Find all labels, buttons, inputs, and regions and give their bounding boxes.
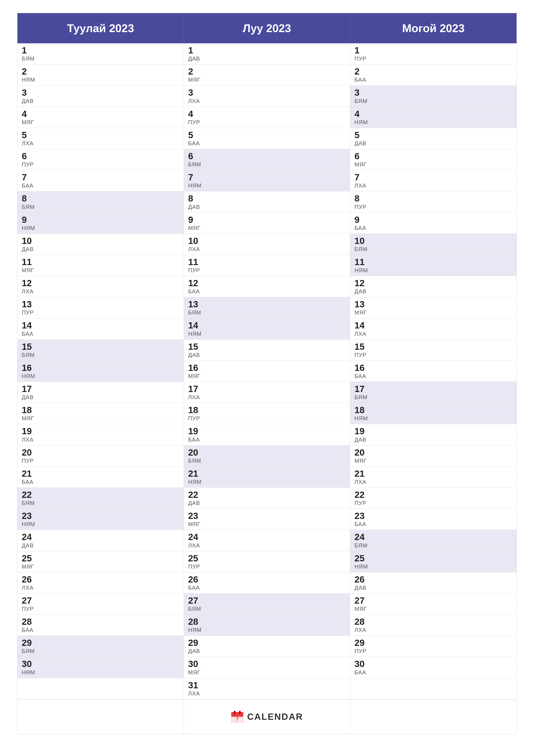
calendar-icon: 7 [231,710,244,723]
day-cell: 24ДАВ [17,530,184,551]
day-name: БЯМ [188,309,346,316]
day-number: 8 [22,194,179,203]
day-number: 9 [354,215,512,225]
day-name: ДАВ [354,140,512,147]
day-name: ПУР [22,606,179,612]
day-number: 8 [354,194,512,203]
day-name: ЛХА [354,627,512,634]
svg-rect-4 [231,712,243,717]
day-number: 28 [188,617,346,627]
day-name: БАА [22,182,179,189]
day-number: 9 [22,215,179,225]
day-cell: 4МЯГ [17,107,184,128]
day-number: 13 [22,299,179,309]
day-cell: 20МЯГ [350,446,517,467]
day-number: 26 [188,575,346,584]
day-name: БАА [354,76,512,83]
day-number: 30 [188,659,346,669]
day-cell: 26БАА [184,572,350,594]
day-cell: 6МЯГ [350,149,517,170]
day-name: НЯМ [22,76,179,83]
day-cell: 27МЯГ [350,594,517,615]
day-number: 20 [188,447,346,458]
day-number: 6 [22,151,179,161]
day-cell: 29ДАВ [184,636,350,657]
day-cell: 2НЯМ [17,65,184,86]
day-cell: 1ДАВ [184,43,350,65]
day-number: 22 [22,490,179,500]
day-cell: 6ПУР [17,149,184,170]
svg-text:7: 7 [236,716,239,722]
day-name: НЯМ [22,669,179,676]
day-name: НЯМ [22,373,179,380]
day-cell: 11МЯГ [17,255,184,276]
day-name: БЯМ [188,606,346,612]
day-cell: 6БЯМ [184,149,350,170]
day-name: МЯГ [22,563,179,570]
day-number: 10 [354,236,512,246]
day-cell: 28НЯМ [184,615,350,636]
day-name: БЯМ [22,500,179,506]
day-number: 14 [188,320,346,330]
day-number: 7 [188,173,346,182]
day-cell: 11НЯМ [350,255,517,276]
day-cell: 11ПУР [184,255,350,276]
day-name: ЛХА [22,140,179,147]
header-month-3: Могой 2023 [350,13,517,43]
day-name: ДАВ [188,55,346,62]
logo-text: CALENDAR [247,712,303,722]
day-number: 29 [354,638,512,648]
day-name: МЯГ [354,161,512,168]
day-name: ПУР [22,161,179,168]
day-number: 8 [188,194,346,203]
day-cell: 31ЛХА [184,678,350,699]
day-name: ЛХА [354,182,512,189]
day-cell: 28ЛХА [350,615,517,636]
day-number: 13 [354,299,512,309]
day-name: ДАВ [188,352,346,358]
day-number: 7 [354,173,512,182]
day-cell: 12ДАВ [350,276,517,297]
day-number: 23 [354,511,512,521]
day-cell: 24БЯМ [350,530,517,551]
day-number: 1 [188,45,346,55]
day-name: ДАВ [22,542,179,549]
day-number: 15 [188,342,346,352]
day-cell: 9МЯГ [184,213,350,234]
day-cell: 9НЯМ [17,213,184,234]
day-number: 6 [188,151,346,161]
day-cell: 22БЯМ [17,488,184,509]
day-name: ДАВ [188,500,346,506]
day-name: БАА [22,627,179,634]
day-name: ЛХА [188,246,346,253]
day-number: 30 [22,659,179,669]
day-name: МЯГ [188,669,346,676]
day-cell: 20ПУР [17,446,184,467]
day-cell: 23МЯГ [184,509,350,530]
month-title-2: Луу 2023 [243,22,291,35]
day-name: БЯМ [188,161,346,168]
day-number: 6 [354,151,512,161]
day-name: БЯМ [354,542,512,549]
svg-rect-5 [234,711,236,714]
day-number: 27 [22,596,179,606]
day-cell: 4ПУР [184,107,350,128]
day-cell: 30НЯМ [17,657,184,678]
day-cell: 27ПУР [17,594,184,615]
day-cell: 30МЯГ [184,657,350,678]
day-name: ЛХА [188,542,346,549]
day-number: 2 [22,67,179,76]
day-name: БЯМ [22,648,179,655]
day-number: 27 [354,596,512,606]
day-name: ДАВ [22,246,179,253]
day-number: 17 [22,384,179,394]
day-name: МЯГ [22,415,179,422]
day-number: 29 [188,638,346,648]
day-cell: 2БАА [350,65,517,86]
day-cell: 8ДАВ [184,191,350,212]
day-cell: 17ДАВ [17,382,184,403]
day-cell: 18ПУР [184,403,350,424]
day-cell: 21НЯМ [184,467,350,488]
day-number: 12 [188,278,346,288]
footer-empty-2 [350,700,517,734]
